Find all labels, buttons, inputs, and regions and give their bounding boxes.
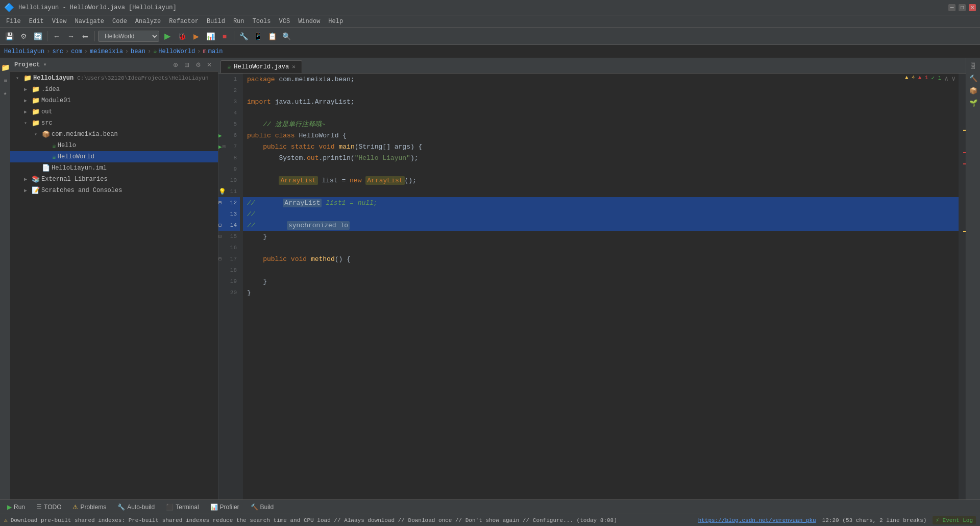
editor-content[interactable]: 1 2 3 4 5 ▶ 6 bbox=[218, 74, 966, 499]
run-marker-7[interactable]: ▶ bbox=[218, 144, 222, 150]
run-marker-6[interactable]: ▶ bbox=[218, 132, 222, 139]
linenum-11: 11 bbox=[227, 186, 239, 197]
toolbar-open-settings[interactable]: ⚙ bbox=[17, 30, 30, 42]
menu-item-code[interactable]: Code bbox=[108, 17, 131, 26]
fold-marker-15[interactable]: ⊟ bbox=[218, 233, 222, 240]
left-sidebar-icon-structure[interactable]: ≡ bbox=[1, 76, 9, 86]
bottom-run-icon: ▶ bbox=[7, 504, 12, 511]
fold-marker-14[interactable]: ⊟ bbox=[218, 222, 222, 228]
title-bar-controls: ─ □ ✕ bbox=[948, 4, 976, 11]
project-structure-button[interactable]: 📋 bbox=[266, 30, 278, 42]
linenum-5: 5 bbox=[218, 118, 239, 130]
url-link[interactable]: https://blog.csdn.net/yerenyuan_pku bbox=[698, 517, 816, 523]
run-button[interactable]: ▶ bbox=[161, 30, 174, 42]
toolbar-save-all[interactable]: 💾 bbox=[3, 30, 15, 42]
menu-item-window[interactable]: Window bbox=[294, 17, 324, 26]
fold-marker-12[interactable]: ⊟ bbox=[218, 200, 222, 206]
bottom-todo-button[interactable]: ☰ TODO bbox=[32, 503, 65, 512]
menu-item-build[interactable]: Build bbox=[203, 17, 229, 26]
bottom-profiler-button[interactable]: 📊 Profiler bbox=[206, 503, 243, 512]
fold-marker-7[interactable]: ⊟ bbox=[223, 144, 226, 150]
title-bar-title: HelloLiayun - HelloWorld.java [HelloLiay… bbox=[18, 4, 177, 11]
bottom-problems-button[interactable]: ⚠ Problems bbox=[68, 503, 110, 512]
bottom-build-button[interactable]: 🔨 Build bbox=[247, 503, 278, 512]
avd-manager-button[interactable]: 📱 bbox=[252, 30, 264, 42]
project-collapse-button[interactable]: ⊟ bbox=[182, 60, 191, 69]
tree-hello-file[interactable]: ☕ Hello bbox=[10, 140, 218, 151]
breadcrumb-src[interactable]: src bbox=[52, 48, 63, 55]
breadcrumb-helloworld-class[interactable]: ☕ HelloWorld bbox=[153, 47, 195, 55]
breadcrumb-com[interactable]: com bbox=[71, 48, 82, 55]
menu-item-analyze[interactable]: Analyze bbox=[131, 17, 165, 26]
project-close-button[interactable]: ✕ bbox=[205, 60, 214, 69]
breadcrumb-main[interactable]: m main bbox=[203, 48, 223, 55]
indicator-down-arrow[interactable]: ∨ bbox=[951, 75, 955, 83]
toolbar-synchronize[interactable]: 🔄 bbox=[32, 30, 44, 42]
tree-src-folder[interactable]: ▾ 📁 src bbox=[10, 117, 218, 129]
menu-item-help[interactable]: Help bbox=[324, 17, 347, 26]
breadcrumb-helloliayun[interactable]: HelloLiayun bbox=[4, 48, 44, 55]
tree-external-libraries[interactable]: ▶ 📚 External Libraries bbox=[10, 174, 218, 185]
tree-root-node[interactable]: ▾ 📁 HelloLiayun C:\Users\32120\IdeaProje… bbox=[10, 73, 218, 84]
tab-close-helloworld[interactable]: ✕ bbox=[292, 63, 296, 70]
tree-scratches[interactable]: ▶ 📝 Scratches and Consoles bbox=[10, 185, 218, 196]
bottom-run-button[interactable]: ▶ Run bbox=[3, 503, 29, 512]
menu-item-edit[interactable]: Edit bbox=[25, 17, 48, 26]
code-area[interactable]: package com.meimeixia.bean; import java.… bbox=[243, 74, 959, 499]
fold-marker-17[interactable]: ⊟ bbox=[218, 256, 222, 262]
bottom-terminal-button[interactable]: ⬛ Terminal bbox=[162, 503, 203, 512]
minimize-button[interactable]: ─ bbox=[948, 4, 955, 11]
editor-tab-helloworld[interactable]: ☕ HelloWorld.java ✕ bbox=[220, 60, 302, 73]
src-folder-label: src bbox=[41, 119, 53, 127]
breadcrumb-meimeixia[interactable]: meimeixia bbox=[90, 48, 123, 55]
menu-item-run[interactable]: Run bbox=[229, 17, 249, 26]
linenum-7: 7 bbox=[226, 141, 239, 152]
indicator-up-arrow[interactable]: ∧ bbox=[944, 75, 948, 83]
menu-item-navigate[interactable]: Navigate bbox=[70, 17, 108, 26]
event-log[interactable]: ⚡ Event Log bbox=[933, 516, 976, 524]
project-settings-button[interactable]: ⚙ bbox=[193, 60, 203, 69]
menu-item-tools[interactable]: Tools bbox=[249, 17, 275, 26]
toolbar-back[interactable]: ⬅ bbox=[79, 30, 91, 42]
project-locate-button[interactable]: ⊕ bbox=[171, 60, 180, 69]
gutter-line-10: 10 bbox=[218, 175, 240, 186]
right-icon-spring[interactable]: 🌱 bbox=[968, 97, 979, 108]
project-panel-header: Project ▾ ⊕ ⊟ ⚙ ✕ bbox=[10, 58, 218, 71]
code-line-11 bbox=[243, 186, 959, 197]
tree-helloworld-file[interactable]: ☕ HelloWorld bbox=[10, 151, 218, 162]
menu-item-view[interactable]: View bbox=[48, 17, 71, 26]
left-sidebar-icon-favorites[interactable]: ★ bbox=[1, 87, 10, 100]
code-line-12: // ArrayList list1 = null; bbox=[243, 197, 959, 208]
gutter-line-9: 9 bbox=[218, 163, 240, 175]
code-line-8: System.out.println("Hello Liayun"); bbox=[243, 152, 959, 163]
main-area: 📁 ≡ ★ Project ▾ ⊕ ⊟ ⚙ ✕ ▾ 📁 HelloLiayun … bbox=[0, 58, 980, 499]
right-icon-gradle[interactable]: 🔨 bbox=[968, 73, 979, 84]
project-dropdown-icon[interactable]: ▾ bbox=[43, 61, 46, 68]
left-sidebar-icon-project[interactable]: 📁 bbox=[0, 60, 10, 75]
menu-item-refactor[interactable]: Refactor bbox=[165, 17, 203, 26]
menu-item-vcs[interactable]: VCS bbox=[275, 17, 295, 26]
right-icon-database[interactable]: 🗄 bbox=[968, 60, 979, 71]
maximize-button[interactable]: □ bbox=[959, 4, 966, 11]
tree-module01-folder[interactable]: ▶ 📁 Module01 bbox=[10, 95, 218, 106]
search-everywhere-button[interactable]: 🔍 bbox=[280, 30, 292, 42]
debug-button[interactable]: 🐞 bbox=[176, 30, 188, 42]
toolbar-undo[interactable]: ← bbox=[51, 30, 63, 42]
sdk-manager-button[interactable]: 🔧 bbox=[237, 30, 250, 42]
run-coverage-button[interactable]: ▶ bbox=[190, 30, 202, 42]
tree-idea-folder[interactable]: ▶ 📁 .idea bbox=[10, 84, 218, 95]
right-icon-maven[interactable]: 📦 bbox=[968, 85, 979, 96]
profile-button[interactable]: 📊 bbox=[204, 30, 216, 42]
toolbar-redo[interactable]: → bbox=[65, 30, 77, 42]
menu-item-file[interactable]: File bbox=[2, 17, 25, 26]
close-button[interactable]: ✕ bbox=[969, 4, 976, 11]
breadcrumb-bean[interactable]: bean bbox=[131, 48, 145, 55]
tree-package-node[interactable]: ▾ 📦 com.meimeixia.bean bbox=[10, 129, 218, 140]
project-config-select[interactable]: HelloWorld bbox=[98, 31, 159, 42]
bottom-autobuild-button[interactable]: 🔧 Auto-build bbox=[113, 503, 159, 512]
tree-iml-file[interactable]: 📄 HelloLiayun.iml bbox=[10, 162, 218, 174]
stop-button[interactable]: ■ bbox=[218, 30, 231, 42]
bottom-todo-label: TODO bbox=[44, 504, 61, 511]
tree-out-folder[interactable]: ▶ 📁 out bbox=[10, 106, 218, 117]
extlib-label: External Libraries bbox=[41, 176, 108, 183]
